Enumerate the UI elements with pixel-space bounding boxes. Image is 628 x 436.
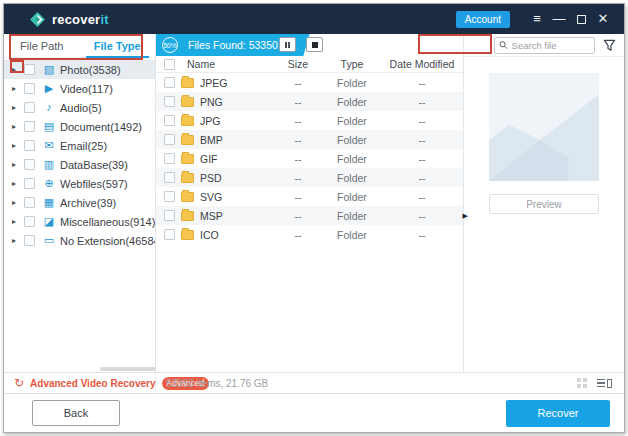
table-row[interactable]: JPG -- Folder -- <box>156 111 463 130</box>
file-size: -- <box>273 172 323 184</box>
pause-scan-button[interactable] <box>279 37 296 52</box>
video-icon: ▶ <box>41 83 57 94</box>
sidebar-item-email[interactable]: ▸ ✉ Email(25) <box>4 136 155 155</box>
thumbnail-view-icon[interactable] <box>577 378 587 388</box>
column-header-type[interactable]: Type <box>323 58 381 70</box>
maximize-icon <box>577 15 586 24</box>
search-icon <box>499 40 508 50</box>
file-name: MSP <box>200 210 223 222</box>
scan-progress-badge: 50% <box>162 37 178 53</box>
titlebar: recoverit Account ≡ — ✕ <box>4 4 624 34</box>
checkbox[interactable] <box>24 216 35 227</box>
sidebar-item-no-extension[interactable]: ▸ ▭ No Extension(46584) <box>4 231 155 250</box>
sidebar-item-webfiles[interactable]: ▸ ⊕ Webfiles(597) <box>4 174 155 193</box>
checkbox[interactable] <box>164 172 175 183</box>
advanced-video-recovery[interactable]: ↻ Advanced Video Recovery Advanced <box>4 373 156 393</box>
back-button[interactable]: Back <box>32 400 120 426</box>
sidebar-hscrollbar[interactable] <box>100 367 156 371</box>
checkbox[interactable] <box>164 115 175 126</box>
file-type-tree: ▸ ▧ Photo(3538) ▸ ▶ Video(117) ▸ ♪ Audio… <box>4 58 155 372</box>
expand-arrow-icon[interactable]: ▸ <box>12 236 24 245</box>
sidebar-item-archive[interactable]: ▸ ▦ Archive(39) <box>4 193 155 212</box>
recover-button[interactable]: Recover <box>506 400 610 427</box>
checkbox[interactable] <box>164 153 175 164</box>
checkbox[interactable] <box>24 178 35 189</box>
file-size: -- <box>273 191 323 203</box>
sidebar-item-label: Video(117) <box>60 83 113 95</box>
expand-arrow-icon[interactable]: ▸ <box>12 217 24 226</box>
recoverit-logo: recoverit <box>30 12 109 27</box>
preview-button[interactable]: Preview <box>489 194 599 214</box>
sidebar-item-video[interactable]: ▸ ▶ Video(117) <box>4 79 155 98</box>
file-type: Folder <box>323 210 381 222</box>
expand-arrow-icon[interactable]: ▸ <box>12 84 24 93</box>
file-size: -- <box>273 210 323 222</box>
sidebar-item-miscellaneous[interactable]: ▸ ◪ Miscellaneous(914) <box>4 212 155 231</box>
expand-arrow-icon[interactable]: ▸ <box>12 122 24 131</box>
checkbox[interactable] <box>164 191 175 202</box>
sidebar-item-document[interactable]: ▸ ▤ Document(1492) <box>4 117 155 136</box>
table-row[interactable]: GIF -- Folder -- <box>156 149 463 168</box>
expand-arrow-icon[interactable]: ▸ <box>12 65 24 74</box>
sidebar-item-audio[interactable]: ▸ ♪ Audio(5) <box>4 98 155 117</box>
table-row[interactable]: PNG -- Folder -- <box>156 92 463 111</box>
checkbox[interactable] <box>164 96 175 107</box>
tab-file-path[interactable]: File Path <box>4 34 80 57</box>
table-row[interactable]: ICO -- Folder -- <box>156 225 463 244</box>
folder-icon <box>181 116 194 126</box>
close-button[interactable]: ✕ <box>592 4 614 34</box>
table-row[interactable]: BMP -- Folder -- <box>156 130 463 149</box>
checkbox[interactable] <box>164 229 175 240</box>
search-box[interactable] <box>494 37 595 54</box>
column-header-size[interactable]: Size <box>273 58 323 70</box>
table-body: JPEG -- Folder -- PNG -- Folder -- JPG -… <box>156 73 463 244</box>
folder-icon <box>181 135 194 145</box>
preview-placeholder-image <box>489 73 599 181</box>
menu-icon[interactable]: ≡ <box>526 4 548 34</box>
checkbox[interactable] <box>164 210 175 221</box>
scan-progress-bar: 50% Files Found: 53350 <box>156 34 463 56</box>
checkbox[interactable] <box>24 235 35 246</box>
search-input[interactable] <box>512 40 590 51</box>
account-button[interactable]: Account <box>456 11 510 28</box>
select-all-checkbox[interactable] <box>164 59 175 70</box>
expand-arrow-icon[interactable]: ▸ <box>12 179 24 188</box>
file-type: Folder <box>323 191 381 203</box>
folder-icon <box>181 97 194 107</box>
expand-arrow-icon[interactable]: ▸ <box>12 160 24 169</box>
checkbox[interactable] <box>24 159 35 170</box>
checkbox[interactable] <box>164 77 175 88</box>
column-header-date-modified[interactable]: Date Modified <box>381 58 463 70</box>
sidebar-item-database[interactable]: ▸ ▥ DataBase(39) <box>4 155 155 174</box>
checkbox[interactable] <box>24 197 35 208</box>
panel-collapse-arrow-icon[interactable]: ▶ <box>463 212 468 220</box>
recovery-icon: ↻ <box>14 377 24 389</box>
expand-arrow-icon[interactable]: ▸ <box>12 198 24 207</box>
preview-area: Preview <box>464 57 624 372</box>
scan-controls <box>279 37 323 52</box>
checkbox[interactable] <box>24 64 35 75</box>
table-row[interactable]: PSD -- Folder -- <box>156 168 463 187</box>
minimize-button[interactable]: — <box>548 4 570 34</box>
checkbox[interactable] <box>24 83 35 94</box>
tab-file-type[interactable]: File Type <box>80 34 156 57</box>
expand-arrow-icon[interactable]: ▸ <box>12 103 24 112</box>
expand-arrow-icon[interactable]: ▸ <box>12 141 24 150</box>
stop-icon <box>312 42 318 48</box>
column-header-name[interactable]: Name <box>187 58 215 70</box>
table-row[interactable]: MSP -- Folder -- <box>156 206 463 225</box>
checkbox[interactable] <box>24 102 35 113</box>
checkbox[interactable] <box>24 140 35 151</box>
sidebar-item-label: Document(1492) <box>60 121 142 133</box>
maximize-button[interactable] <box>570 4 592 34</box>
checkbox[interactable] <box>164 134 175 145</box>
stop-scan-button[interactable] <box>306 37 323 52</box>
list-view-icon[interactable] <box>597 379 612 388</box>
file-date: -- <box>381 96 463 108</box>
sidebar-item-photo[interactable]: ▸ ▧ Photo(3538) <box>4 60 155 79</box>
sidebar-item-label: No Extension(46584) <box>60 235 155 247</box>
filter-funnel-icon[interactable] <box>603 39 616 52</box>
table-row[interactable]: JPEG -- Folder -- <box>156 73 463 92</box>
checkbox[interactable] <box>24 121 35 132</box>
table-row[interactable]: SVG -- Folder -- <box>156 187 463 206</box>
